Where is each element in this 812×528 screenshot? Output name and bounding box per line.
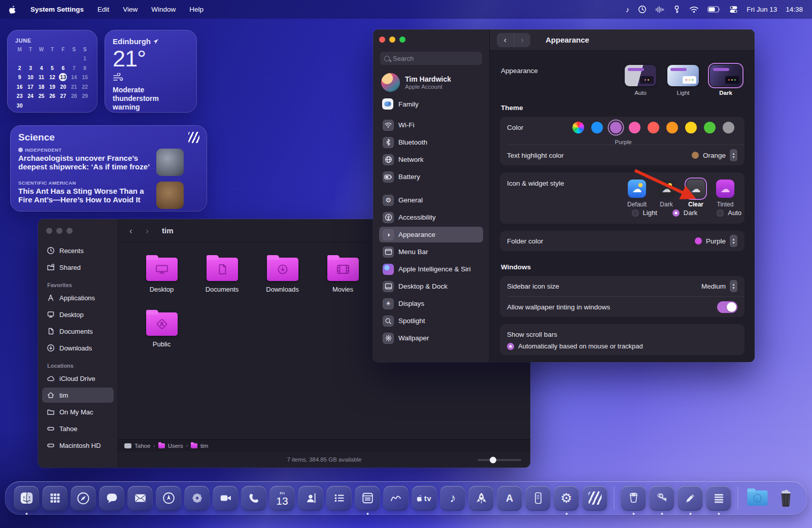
icon-style-tinted[interactable]: ☁ Tinted — [714, 180, 736, 208]
theme-color-purple[interactable] — [610, 122, 622, 133]
settings-sidebar-menu-bar[interactable]: Menu Bar — [379, 244, 483, 260]
mode-radio-light[interactable] — [632, 209, 639, 217]
voice-control-icon[interactable] — [655, 6, 664, 14]
battery-icon[interactable] — [707, 6, 721, 13]
dock-reminders[interactable] — [326, 482, 353, 514]
settings-sidebar-wallpaper[interactable]: Wallpaper — [379, 330, 483, 346]
settings-sidebar-desktop-dock[interactable]: Desktop & Dock — [379, 278, 483, 294]
appearance-option-light[interactable]: Light — [667, 65, 699, 96]
settings-sidebar-spotlight[interactable]: Spotlight — [379, 313, 483, 329]
news-article[interactable]: SCIENTIFIC AMERICAN This Ant Has a Sting… — [18, 180, 199, 209]
folder-desktop[interactable]: Desktop — [131, 254, 192, 293]
dock-notes[interactable] — [354, 482, 381, 514]
menu-date[interactable]: Fri Jun 13 — [747, 6, 777, 13]
dock-phone[interactable] — [241, 482, 267, 514]
path-item[interactable]: tim — [200, 443, 208, 449]
dock-messages[interactable] — [98, 482, 125, 514]
settings-sidebar-network[interactable]: Network — [379, 152, 483, 167]
settings-search[interactable] — [380, 52, 482, 65]
finder-sidebar-home[interactable]: tim — [42, 388, 114, 403]
dock-freeform[interactable] — [383, 482, 410, 514]
dock-apple-tv[interactable]: tv — [411, 482, 438, 514]
dock-speaker[interactable] — [620, 482, 647, 514]
dock-rocket[interactable] — [468, 482, 495, 514]
theme-color-multicolor[interactable] — [572, 122, 584, 133]
dock-downloads-folder[interactable]: ↓ — [744, 482, 771, 514]
wallpaper-tinting-toggle[interactable] — [717, 301, 737, 313]
dock-app-store[interactable]: A — [496, 482, 523, 514]
menu-app-name[interactable]: System Settings — [30, 6, 84, 13]
icon-style-dark[interactable]: ☁ Dark — [655, 180, 678, 208]
settings-sidebar-bluetooth[interactable]: Bluetooth — [379, 134, 483, 150]
folder-color-stepper[interactable]: ▲▼ — [730, 235, 737, 247]
dock-safari[interactable] — [70, 482, 97, 514]
dock-launchpad[interactable] — [42, 482, 69, 514]
finder-sidebar-desktop[interactable]: Desktop — [42, 307, 114, 322]
back-icon[interactable]: ‹ — [497, 33, 514, 47]
highlight-color-stepper[interactable]: ▲▼ — [730, 149, 737, 161]
screen-time-icon[interactable] — [638, 5, 647, 14]
dock-calendar[interactable]: Fri 13 — [269, 482, 296, 514]
dock-mail[interactable] — [127, 482, 154, 514]
settings-sidebar-accessibility[interactable]: Accessibility — [379, 209, 483, 225]
path-item[interactable]: Users — [168, 443, 183, 449]
dock-pencil[interactable] — [677, 482, 704, 514]
finder-window-controls[interactable] — [46, 228, 114, 234]
forward-icon[interactable]: › — [142, 225, 153, 236]
theme-color-orange[interactable] — [666, 122, 678, 133]
appearance-option-auto[interactable]: Auto — [625, 65, 656, 96]
dock-trash[interactable] — [772, 482, 799, 514]
dock-maps[interactable] — [155, 482, 182, 514]
menu-help[interactable]: Help — [189, 6, 204, 13]
icon-style-clear[interactable]: ☁ Clear — [685, 180, 707, 208]
theme-color-green[interactable] — [704, 122, 716, 133]
music-icon[interactable]: ♪ — [626, 5, 630, 14]
control-center-icon[interactable] — [729, 5, 738, 14]
settings-sidebar-general[interactable]: ⚙ General — [379, 192, 483, 208]
folder-movies[interactable]: Movies — [313, 254, 373, 293]
path-item[interactable]: Tahoe — [134, 443, 150, 449]
dock-news[interactable] — [582, 482, 608, 514]
theme-color-blue[interactable] — [591, 122, 603, 133]
settings-window-controls[interactable] — [379, 37, 483, 43]
finder-sidebar-onmymac[interactable]: On My Mac — [42, 404, 114, 419]
dock-contacts[interactable] — [297, 482, 324, 514]
back-icon[interactable]: ‹ — [125, 225, 137, 236]
theme-color-yellow[interactable] — [685, 122, 697, 133]
finder-sidebar-downloads[interactable]: Downloads — [42, 340, 114, 356]
sidebar-icon-size-stepper[interactable]: ▲▼ — [730, 280, 737, 292]
dock-finder[interactable] — [13, 482, 40, 514]
theme-color-pink[interactable] — [629, 122, 640, 133]
wifi-icon[interactable] — [689, 6, 699, 13]
settings-sidebar-wifi[interactable]: Wi-Fi — [379, 117, 483, 133]
settings-sidebar-family[interactable]: Family — [379, 96, 483, 112]
folder-documents[interactable]: Documents — [192, 254, 252, 293]
finder-sidebar-recents[interactable]: Recents — [42, 243, 114, 258]
dock-stacks[interactable] — [705, 482, 732, 514]
theme-color-red[interactable] — [648, 122, 659, 133]
dock-passwords[interactable] — [649, 482, 675, 514]
dock-facetime[interactable] — [212, 482, 239, 514]
news-article[interactable]: INDEPENDENT Archaeologists uncover Franc… — [18, 147, 199, 176]
weather-widget[interactable]: Edinburgh 21° Moderate thunderstorm warn… — [105, 30, 197, 113]
finder-sidebar-tahoe[interactable]: Tahoe — [42, 421, 114, 436]
finder-sidebar-icloud[interactable]: iCloud Drive — [42, 371, 114, 386]
apple-menu-icon[interactable] — [9, 5, 17, 14]
news-widget[interactable]: Science INDEPENDENT Archaeologists uncov… — [10, 125, 207, 212]
settings-sidebar-battery[interactable]: Battery — [379, 169, 483, 185]
dock-photos[interactable] — [184, 482, 211, 514]
folder-downloads[interactable]: Downloads — [252, 254, 313, 293]
search-input[interactable] — [393, 55, 469, 62]
dock-system-settings[interactable]: ⚙ — [553, 482, 580, 514]
calendar-widget[interactable]: JUNE MTWTFSS 123456789101112131415161718… — [7, 30, 97, 113]
finder-sidebar-macintosh-hd[interactable]: Macintosh HD — [42, 438, 114, 453]
mode-radio-auto[interactable] — [717, 209, 724, 217]
menu-window[interactable]: Window — [151, 6, 176, 13]
settings-sidebar-displays[interactable]: ☀ Displays — [379, 296, 483, 311]
mode-radio-dark[interactable] — [672, 209, 680, 217]
dock-music[interactable]: ♪ — [439, 482, 466, 514]
menu-time[interactable]: 14:38 — [786, 6, 803, 13]
slider-knob[interactable] — [490, 457, 496, 464]
theme-color-gray[interactable] — [723, 122, 734, 133]
folder-public[interactable]: Public — [131, 308, 192, 348]
